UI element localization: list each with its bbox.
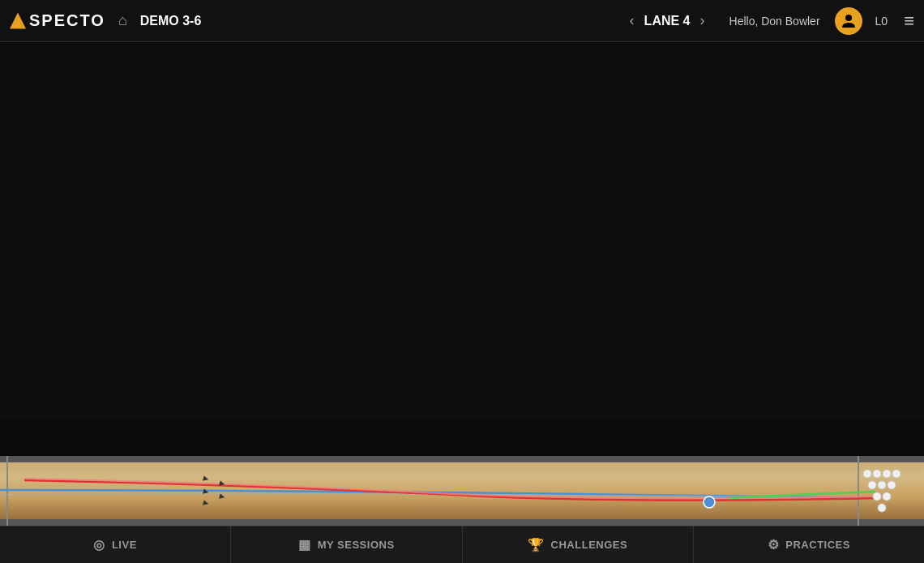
svg-point-0 — [845, 15, 852, 21]
lane-background: ► ► ► ► ► — [0, 456, 924, 526]
svg-point-10 — [892, 470, 900, 478]
svg-point-1 — [704, 496, 715, 508]
svg-point-15 — [883, 492, 891, 501]
footer-nav-challenges[interactable]: 🏆 CHALLENGES — [463, 526, 694, 563]
demo-label: DEMO 3-6 — [140, 14, 202, 28]
footer-nav-live-label: LIVE — [112, 539, 137, 551]
logo-text: SPECTO — [29, 11, 105, 30]
level-badge: L0 — [875, 15, 888, 28]
ball-path-svg: ► ► ► ► ► — [0, 456, 924, 526]
pins-svg — [859, 464, 916, 517]
menu-icon[interactable]: ≡ — [904, 11, 914, 32]
header: SPECTO ⌂ DEMO 3-6 ‹ LANE 4 › Hello, Don … — [0, 0, 924, 42]
svg-point-9 — [883, 470, 891, 478]
footer-nav-live[interactable]: ◎ LIVE — [0, 526, 231, 563]
lane-label: LANE 4 — [644, 14, 691, 28]
footer-nav-my-sessions-label: MY SESSIONS — [318, 539, 395, 551]
svg-text:►: ► — [200, 485, 212, 496]
footer-nav-practices[interactable]: ⚙ PRACTICES — [694, 526, 924, 563]
lane-visual: ► ► ► ► ► — [0, 456, 924, 526]
svg-text:►: ► — [216, 477, 228, 488]
content-area — [0, 42, 924, 420]
lane-nav: ‹ LANE 4 › — [630, 12, 705, 29]
svg-text:►: ► — [200, 472, 212, 483]
next-lane-button[interactable]: › — [700, 12, 705, 29]
svg-text:►: ► — [216, 490, 228, 501]
logo: SPECTO — [10, 11, 105, 30]
svg-point-7 — [863, 470, 871, 478]
svg-point-12 — [878, 481, 886, 489]
logo-icon — [10, 13, 26, 29]
live-icon: ◎ — [93, 537, 105, 552]
pins-area — [859, 464, 916, 517]
svg-text:►: ► — [200, 496, 212, 508]
svg-point-14 — [873, 492, 881, 501]
svg-point-11 — [868, 481, 876, 489]
footer-nav-challenges-label: CHALLENGES — [551, 539, 628, 551]
svg-point-13 — [888, 481, 896, 489]
challenges-icon: 🏆 — [528, 537, 545, 552]
footer-nav: ◎ LIVE ▦ MY SESSIONS 🏆 CHALLENGES ⚙ PRAC… — [0, 526, 924, 563]
hello-text: Hello, Don Bowler — [729, 15, 820, 28]
home-icon[interactable]: ⌂ — [118, 12, 127, 29]
svg-point-8 — [873, 470, 881, 478]
prev-lane-button[interactable]: ‹ — [630, 12, 635, 29]
avatar — [835, 7, 862, 35]
my-sessions-icon: ▦ — [298, 537, 311, 552]
footer-nav-practices-label: PRACTICES — [785, 539, 850, 551]
practices-icon: ⚙ — [768, 537, 780, 552]
svg-point-16 — [878, 504, 886, 512]
footer-nav-my-sessions[interactable]: ▦ MY SESSIONS — [231, 526, 462, 563]
